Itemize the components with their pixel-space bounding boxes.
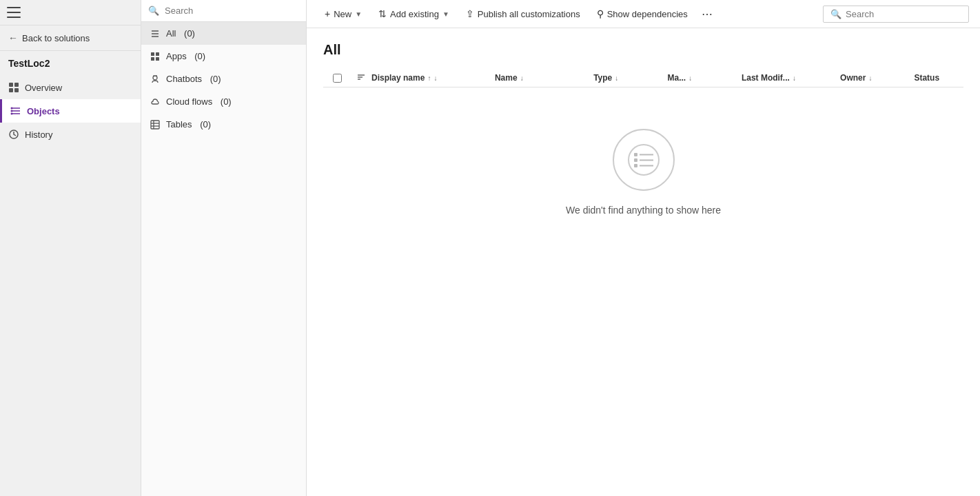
history-icon [8, 129, 19, 140]
svg-rect-31 [634, 158, 637, 162]
col-type[interactable]: Type ↓ [593, 73, 667, 83]
search-icon: 🔍 [148, 6, 159, 16]
sidebar-top [0, 0, 141, 25]
hamburger-button[interactable] [7, 6, 21, 19]
empty-state: We didn't find anything to show here [323, 87, 963, 257]
svg-point-7 [11, 107, 13, 110]
item-tables[interactable]: Tables (0) [141, 113, 306, 136]
new-chevron-icon: ▼ [355, 10, 362, 18]
publish-label: Publish all customizations [478, 9, 580, 19]
item-apps[interactable]: Apps (0) [141, 45, 306, 68]
more-button[interactable]: ⋯ [697, 4, 717, 23]
empty-icon [613, 129, 675, 191]
toolbar-search-input[interactable] [846, 9, 961, 19]
item-all[interactable]: All (0) [141, 22, 306, 45]
solution-name: TestLoc2 [0, 51, 141, 76]
select-all-checkbox[interactable] [333, 74, 342, 83]
col-managed[interactable]: Ma... ↓ [668, 73, 742, 83]
show-dependencies-button[interactable]: ⚲ Show dependencies [590, 5, 695, 23]
back-to-solutions-button[interactable]: ← Back to solutions [0, 25, 141, 51]
svg-rect-14 [151, 52, 154, 56]
item-cloud-flows[interactable]: Cloud flows (0) [141, 90, 306, 113]
new-label: New [334, 9, 351, 19]
dependencies-icon: ⚲ [597, 8, 604, 19]
add-existing-icon: ⇅ [378, 8, 387, 19]
sidebar-item-objects[interactable]: Objects [0, 99, 141, 123]
toolbar-search-icon: 🔍 [830, 9, 841, 19]
toolbar-search: 🔍 [823, 6, 969, 23]
svg-rect-15 [156, 52, 159, 56]
history-label: History [25, 130, 52, 140]
svg-rect-17 [156, 57, 159, 61]
item-list: All (0) Apps (0) [141, 22, 306, 136]
sidebar-item-history[interactable]: History [0, 123, 141, 146]
svg-rect-3 [14, 88, 19, 92]
type-sort-icon: ↓ [615, 74, 618, 82]
new-icon: + [325, 8, 330, 19]
col-sort[interactable] [351, 73, 371, 83]
main-content: + New ▼ ⇅ Add existing ▼ ⇪ Publish all c… [307, 0, 980, 496]
col-check [323, 74, 351, 83]
col-name[interactable]: Name ↓ [495, 73, 593, 83]
more-icon: ⋯ [702, 8, 713, 21]
col-last-modified[interactable]: Last Modif... ↓ [742, 73, 840, 83]
add-existing-chevron-icon: ▼ [442, 10, 449, 18]
search-bar: 🔍 [141, 0, 306, 22]
display-name-label: Display name [371, 73, 425, 83]
svg-point-8 [11, 110, 13, 112]
item-all-label: All [166, 28, 178, 39]
col-display-name[interactable]: Display name ↑ ↓ [371, 73, 495, 83]
add-existing-button[interactable]: ⇅ Add existing ▼ [371, 5, 456, 23]
svg-rect-29 [634, 153, 637, 156]
overview-icon [8, 82, 19, 93]
content-area: All Display name ↑ ↓ Name ↓ [307, 28, 980, 496]
type-label: Type [593, 73, 612, 83]
owner-label: Owner [840, 73, 866, 83]
add-existing-label: Add existing [390, 9, 439, 19]
svg-rect-1 [14, 83, 19, 87]
item-chatbots[interactable]: Chatbots (0) [141, 68, 306, 90]
all-icon [150, 29, 161, 39]
item-apps-label: Apps [166, 51, 189, 61]
svg-rect-33 [634, 164, 637, 167]
objects-label: Objects [27, 106, 60, 116]
sidebar-item-overview[interactable]: Overview [0, 76, 141, 99]
item-chatbots-label: Chatbots [166, 74, 205, 84]
tables-icon [150, 120, 161, 130]
last-modified-sort-icon: ↓ [793, 74, 796, 82]
back-arrow-icon: ← [8, 32, 18, 43]
svg-rect-2 [9, 88, 13, 92]
publish-icon: ⇪ [466, 8, 474, 19]
table-header: Display name ↑ ↓ Name ↓ Type ↓ Ma... ↓ L… [323, 69, 963, 87]
cloud-flows-icon [150, 97, 161, 107]
empty-message: We didn't find anything to show here [566, 205, 721, 216]
owner-sort-icon: ↓ [868, 74, 872, 82]
search-input[interactable] [165, 6, 299, 16]
item-cloud-flows-label: Cloud flows [166, 96, 215, 107]
display-name-sort-asc-icon: ↑ [427, 74, 431, 82]
chatbots-icon [150, 74, 161, 84]
show-dependencies-label: Show dependencies [607, 9, 688, 19]
item-tables-count: (0) [200, 119, 211, 130]
new-button[interactable]: + New ▼ [318, 5, 369, 23]
svg-point-9 [11, 113, 13, 115]
name-sort-icon: ↓ [520, 74, 524, 82]
display-name-sort-desc-icon: ↓ [433, 74, 437, 82]
status-label: Status [914, 73, 939, 83]
svg-rect-16 [151, 57, 154, 61]
item-apps-count: (0) [194, 51, 205, 61]
second-column: 🔍 All (0) [141, 0, 307, 496]
item-tables-label: Tables [166, 119, 194, 130]
item-all-count: (0) [184, 28, 195, 39]
publish-button[interactable]: ⇪ Publish all customizations [459, 5, 587, 23]
page-title: All [323, 42, 963, 58]
col-status: Status [914, 73, 963, 83]
managed-sort-icon: ↓ [688, 74, 692, 82]
back-to-solutions-label: Back to solutions [22, 33, 90, 43]
managed-label: Ma... [668, 73, 686, 83]
col-owner[interactable]: Owner ↓ [840, 73, 914, 83]
svg-rect-0 [9, 83, 13, 87]
overview-label: Overview [25, 83, 62, 93]
svg-rect-21 [151, 121, 159, 129]
toolbar: + New ▼ ⇅ Add existing ▼ ⇪ Publish all c… [307, 0, 980, 28]
